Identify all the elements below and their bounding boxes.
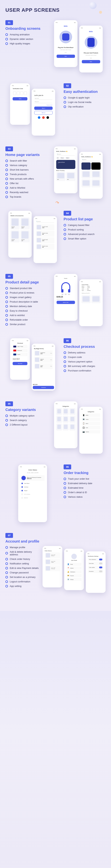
facebook-icon[interactable] [38,116,40,119]
verify-button[interactable]: Verify [13,97,27,100]
bullet-icon [64,356,66,359]
bullet-icon [64,101,66,103]
category-item[interactable]: 📷Camera [82,430,100,433]
order-date: 01 Dec, 2022 11:30 PM [19,472,46,473]
toggle[interactable] [99,563,102,564]
onboard-tagline: Pick your best Products [80,52,102,54]
toggle[interactable] [99,566,102,568]
feature-text: Otp verification [68,105,84,108]
bullet-icon [64,482,66,485]
feature-text: Search category [10,419,27,422]
avatar [71,554,77,559]
signup-button[interactable]: Sign up [34,111,52,115]
pay-button[interactable]: Pay Now [13,362,27,365]
menu-item[interactable]: 💳Payment [67,574,81,577]
section-product-list: 04 Product list page Category based filt… [0,207,111,270]
feature-text: App setting [10,585,22,587]
details-label: Details [56,278,76,279]
category-item[interactable]: 💻Laptop [82,417,100,421]
category-item[interactable]: 📱Mobile [82,413,100,417]
bullet-icon [5,182,8,185]
onboard-tagline: Plug Into The World Buzz! [55,47,76,48]
cart-item[interactable]: Earbuds$120- 1 + [34,357,52,363]
bullet-icon [5,296,8,299]
bullet-icon [5,178,8,180]
cart-item[interactable]: Watch$101- 1 + [34,363,52,369]
toggle[interactable] [99,570,102,572]
add-cart-button[interactable]: Add to Cart [57,301,75,304]
feature-text: Add to wishlist [10,314,25,317]
bullet-icon [64,233,66,236]
next-button[interactable]: Next [57,55,75,58]
phone-mockup: 9:41●●● Hello, Smithens 👋 🔍 Search [79,152,103,199]
feature-text: Logout confirmation [10,580,30,583]
bullet-icon [64,351,66,354]
cart-item[interactable]: Headphone$449- 1 + [34,350,52,356]
list-item[interactable]: Product name$210 [36,237,54,243]
section-number: 05 [5,274,13,279]
feature-text: Offer list [10,182,18,185]
signin-button[interactable]: Sign in [34,106,52,110]
search-input[interactable]: 🔍 Search [57,154,75,156]
checkout-button[interactable]: Checkout [33,386,54,389]
menu-item[interactable]: ⚙️Settings [67,578,81,581]
brand-logo: Mido [80,31,102,32]
bullet-icon [5,546,8,549]
feature-text: Delivery address [68,351,85,354]
bullet-icon [5,160,8,162]
feature-text: Images smart gallery [10,296,32,299]
toggle[interactable] [99,559,102,560]
google-icon[interactable] [42,116,45,119]
feature-text: Recently watched [10,191,28,194]
list-item[interactable]: Product name$120 [36,224,54,230]
watch-icon [87,38,95,47]
phone-mockup: 9:41●●● My Bag(3 items) Headphone$449- 1… [32,344,55,391]
earbuds-icon [62,33,69,40]
feature-text: Estimated delivery date [68,482,92,485]
feature-text: Purchase confirmation [68,369,91,372]
bullet-icon [5,414,8,417]
section-number: 06 [64,464,71,469]
signin-title: Let's you in [34,94,52,96]
bullet-icon [64,96,66,99]
phone-mockup: 9:41●●● Order Status 01 Dec, 2022 11:30 … [18,464,47,522]
bag-title: My Bag(3 items) [34,348,53,349]
next-button[interactable]: Next [82,60,100,63]
feature-text: Easy to checkout [10,309,28,312]
phone-mockup: 9:41●●● Order History Order #1234Deliver… [42,546,62,587]
feature-text: Order's detail & ID [68,491,87,494]
feature-text: Search with filter [10,159,27,162]
feature-text: Mention delivery date [10,305,32,308]
list-item[interactable]: Product name$55 [36,244,54,250]
feature-text: Product description in table [10,300,38,303]
menu-item[interactable]: 📍Address [67,566,81,569]
search-input[interactable]: 🔍 Search [82,159,100,161]
categories-title: Categories [56,406,75,407]
apple-icon[interactable] [46,116,49,119]
bullet-icon [5,33,8,36]
phone-mockup: 9:41●●● Mobile & Accessories Product$299… [8,211,32,258]
bullet-icon [5,173,8,176]
trending-label: What's Trending [56,170,75,171]
feature-text: Product sorting [68,228,84,231]
bullet-icon [5,287,8,289]
search-input[interactable]: 🔍 Search [36,221,54,223]
menu-item[interactable]: 🔔Notifications [67,570,81,574]
feature-text: Set location as a primary [10,576,36,579]
headphones-icon [61,282,70,290]
category-item[interactable]: 🎧Audio [82,426,100,429]
promo-banner[interactable]: Apple AirPods• [56,160,75,169]
section-number: 02 [64,83,71,88]
phone-mockup: 9:41●●● Hello, Smithens 👋 🔍 Search AllPh… [54,147,77,193]
section-number: 01 [5,20,13,25]
category-item[interactable]: ⌚Watch [82,422,100,425]
list-item[interactable]: Product name$89 [36,231,54,237]
bullet-icon [5,323,8,326]
feature-text: Smart filter option [68,237,86,240]
menu-item[interactable]: 👤Profile [67,563,81,566]
bullet-icon [64,369,66,372]
brand-logo: Mido [55,25,76,27]
section-order-tracking: 06 Order tracking Track your order live … [0,461,111,529]
feature-text: Standard product title [10,287,32,289]
bullet-icon [64,487,66,489]
